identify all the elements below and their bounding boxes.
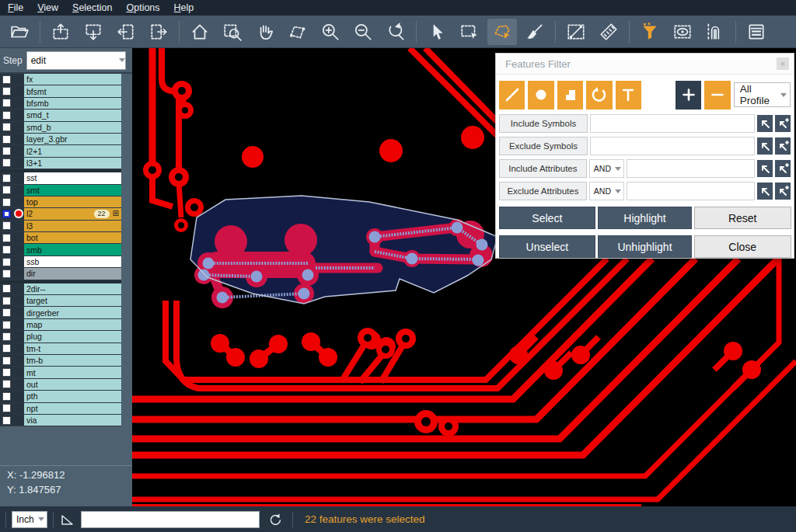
pick-add-from-canvas-button[interactable] bbox=[775, 183, 791, 200]
menu-selection[interactable]: Selection bbox=[72, 2, 112, 13]
layer-row-bfsmb[interactable]: bfsmb bbox=[0, 98, 121, 110]
close-button[interactable]: Close bbox=[694, 235, 791, 258]
layer-visibility-sst[interactable] bbox=[12, 172, 24, 183]
layer-row-out[interactable]: out bbox=[0, 379, 121, 391]
include-attributes-input[interactable] bbox=[627, 159, 755, 178]
layer-visibility-smd_b[interactable] bbox=[12, 122, 24, 133]
reset-button[interactable]: Reset bbox=[694, 207, 791, 229]
layer-visibility-via[interactable] bbox=[12, 415, 24, 426]
zoom-out-button[interactable] bbox=[348, 19, 378, 45]
layer-visibility-bot[interactable] bbox=[12, 232, 24, 243]
layer-visibility-l3[interactable] bbox=[12, 221, 24, 231]
text-tool-button[interactable] bbox=[616, 81, 641, 110]
exclude-attributes-operator-select[interactable]: AND bbox=[589, 182, 625, 200]
layer-checkbox-plug[interactable] bbox=[0, 331, 12, 342]
layer-checkbox-l2+1[interactable] bbox=[0, 145, 12, 156]
layer-checkbox-mt[interactable] bbox=[0, 367, 12, 377]
layer-visibility-mt[interactable] bbox=[12, 367, 24, 377]
pick-add-from-canvas-button[interactable] bbox=[775, 137, 791, 155]
exclude-symbols-button[interactable]: Exclude Symbols bbox=[499, 137, 588, 155]
layer-checkbox-tm-b[interactable] bbox=[0, 355, 12, 366]
layer-visibility-map[interactable] bbox=[12, 319, 24, 330]
select-cursor-button[interactable] bbox=[422, 19, 452, 45]
close-icon[interactable]: × bbox=[777, 57, 789, 70]
pick-from-canvas-button[interactable] bbox=[757, 183, 773, 200]
layer-visibility-smd_t[interactable] bbox=[12, 110, 24, 120]
layer-visibility-fx[interactable] bbox=[12, 74, 24, 85]
layer-row-target[interactable]: target bbox=[0, 295, 121, 307]
include-attributes-button[interactable]: Include Attributes bbox=[499, 159, 587, 178]
layer-visibility-2dir--[interactable] bbox=[12, 283, 24, 294]
remove-mode-button[interactable] bbox=[704, 81, 730, 110]
unselect-button[interactable]: Unselect bbox=[499, 235, 596, 258]
layer-row-ssb[interactable]: ssb bbox=[0, 256, 121, 268]
layer-checkbox-l3+1[interactable] bbox=[0, 158, 12, 169]
layer-row-bot[interactable]: bot bbox=[0, 232, 121, 244]
layer-checkbox-tm-t[interactable] bbox=[0, 343, 12, 354]
command-input[interactable] bbox=[81, 511, 260, 528]
layer-row-l2[interactable]: l222⊞ bbox=[0, 208, 121, 220]
include-attributes-operator-select[interactable]: AND bbox=[589, 159, 625, 178]
layer-checkbox-2dir--[interactable] bbox=[0, 283, 12, 294]
layer-visibility-out[interactable] bbox=[12, 379, 24, 390]
pick-add-from-canvas-button[interactable] bbox=[775, 115, 791, 132]
layer-checkbox-pth[interactable] bbox=[0, 391, 12, 402]
layer-checkbox-smd_t[interactable] bbox=[0, 110, 12, 120]
layer-row-l3+1[interactable]: l3+1 bbox=[0, 158, 121, 169]
layer-visibility-plug[interactable] bbox=[12, 331, 24, 342]
layer-row-l2+1[interactable]: l2+1 bbox=[0, 145, 121, 157]
pad-tool-button[interactable] bbox=[528, 81, 553, 110]
layer-checkbox-l3[interactable] bbox=[0, 221, 12, 231]
highlight-button[interactable]: Highlight bbox=[598, 207, 692, 229]
layer-visibility-ssb[interactable] bbox=[12, 256, 24, 267]
select-rectangle-button[interactable] bbox=[455, 19, 484, 45]
exclude-symbols-input[interactable] bbox=[590, 137, 755, 155]
include-symbols-input[interactable] bbox=[590, 114, 755, 133]
select-button[interactable]: Select bbox=[499, 207, 596, 229]
add-mode-button[interactable] bbox=[676, 81, 701, 110]
exclude-attributes-input[interactable] bbox=[627, 182, 755, 200]
pan-hand-button[interactable] bbox=[250, 19, 280, 45]
layer-row-sst[interactable]: sst bbox=[0, 172, 121, 184]
layer-visibility-dirgerber[interactable] bbox=[12, 307, 24, 318]
pan-down-button[interactable] bbox=[79, 19, 108, 45]
refresh-icon[interactable] bbox=[267, 512, 283, 527]
unit-select[interactable]: Inch bbox=[12, 511, 47, 528]
pan-right-button[interactable] bbox=[144, 19, 173, 45]
include-symbols-button[interactable]: Include Symbols bbox=[499, 114, 588, 133]
layer-row-tm-b[interactable]: tm-b bbox=[0, 355, 121, 367]
pick-add-from-canvas-button[interactable] bbox=[775, 160, 791, 177]
zoom-polygon-button[interactable] bbox=[283, 19, 312, 45]
arc-tool-button[interactable] bbox=[586, 81, 612, 110]
measure-ruler-button[interactable] bbox=[594, 19, 623, 45]
layer-visibility-smb[interactable] bbox=[12, 244, 24, 255]
layer-row-mt[interactable]: mt bbox=[0, 367, 121, 378]
angle-icon[interactable] bbox=[59, 512, 75, 527]
layer-visibility-l2+1[interactable] bbox=[12, 145, 24, 156]
pan-up-button[interactable] bbox=[46, 19, 75, 45]
layer-checkbox-smd_b[interactable] bbox=[0, 122, 12, 133]
layer-visibility-l2[interactable] bbox=[12, 208, 24, 219]
layer-checkbox-dirgerber[interactable] bbox=[0, 307, 12, 318]
grid-icon[interactable]: ⊞ bbox=[113, 210, 119, 217]
layer-checkbox-ssb[interactable] bbox=[0, 256, 12, 267]
menu-options[interactable]: Options bbox=[126, 2, 159, 13]
layer-checkbox-bot[interactable] bbox=[0, 232, 12, 243]
layer-visibility-bfsmt[interactable] bbox=[12, 85, 24, 96]
layer-row-smd_t[interactable]: smd_t bbox=[0, 110, 121, 121]
surface-tool-button[interactable] bbox=[557, 81, 583, 110]
layer-visibility-top[interactable] bbox=[12, 196, 24, 207]
layer-visibility-npt[interactable] bbox=[12, 403, 24, 414]
layer-row-2dir--[interactable]: 2dir-- bbox=[0, 283, 121, 295]
layer-checkbox-bfsmb[interactable] bbox=[0, 98, 12, 109]
layer-checkbox-sst[interactable] bbox=[0, 172, 12, 183]
layer-checkbox-smt[interactable] bbox=[0, 185, 12, 196]
layer-checkbox-map[interactable] bbox=[0, 319, 12, 330]
layer-checkbox-bfsmt[interactable] bbox=[0, 85, 12, 96]
layer-checkbox-target[interactable] bbox=[0, 295, 12, 306]
layer-row-smb[interactable]: smb bbox=[0, 244, 121, 256]
profile-select[interactable]: All Profile bbox=[734, 82, 791, 107]
layer-row-dir[interactable]: dir bbox=[0, 268, 121, 280]
layer-visibility-pth[interactable] bbox=[12, 391, 24, 402]
layer-checkbox-npt[interactable] bbox=[0, 403, 12, 414]
